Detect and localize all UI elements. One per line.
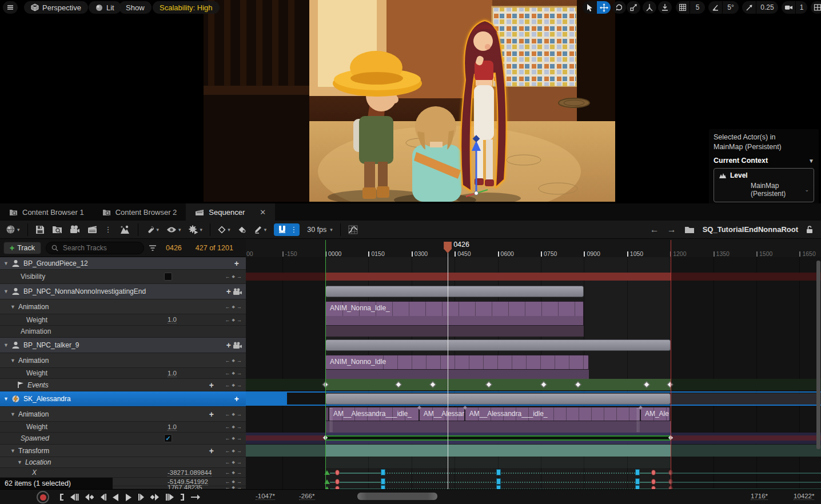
current-frame-display[interactable]: 0426 [166, 244, 182, 252]
move-tool-button[interactable] [597, 1, 611, 14]
keyframe-square[interactable] [381, 478, 385, 485]
anim-clip-alessandra[interactable]: AM__Alessandra___idle_ [329, 407, 419, 421]
level-context-box[interactable]: Level MainMap (Persistent) ⌄ [714, 168, 814, 202]
alessandra-weight-strip[interactable] [325, 421, 671, 433]
horizontal-scrollbar[interactable] [357, 493, 437, 500]
playback-start-marker[interactable] [325, 240, 326, 489]
track-row[interactable]: ▼Animation←◆→ [0, 299, 246, 314]
keyframe-circle[interactable] [651, 479, 656, 485]
camera-speed-button[interactable] [782, 1, 795, 14]
jump-back-button[interactable] [70, 493, 79, 501]
tab-sequencer[interactable]: Sequencer ✕ [186, 203, 275, 221]
track-row[interactable]: Weight1.0←◆→ [0, 422, 246, 433]
rotation-snap-value-button[interactable]: 5° [723, 1, 739, 14]
viewport-layout-button[interactable] [811, 1, 821, 14]
keyframe-nav[interactable]: ←◆→ [225, 485, 242, 489]
keyframe-nav[interactable]: ←◆→ [225, 448, 242, 454]
scale-tool-button[interactable] [627, 1, 640, 14]
history-forward-button[interactable]: → [667, 225, 676, 235]
view-range-start[interactable]: -266* [299, 493, 315, 500]
filter-icon[interactable] [149, 245, 157, 251]
camera-cut-icon[interactable] [233, 342, 242, 349]
anim-clip-alessandra[interactable]: AM__Alessandra___idle_ [465, 407, 640, 421]
jump-to-start-button[interactable] [59, 493, 65, 501]
playback-options-dropdown[interactable]: ▾ [189, 225, 203, 234]
timeline-lanes[interactable]: ANIM_Nonna_Idle_ANIM_Nonno_IdleAM__Aless… [246, 257, 821, 489]
spawned-active-section[interactable] [325, 435, 671, 441]
keyframe-nav[interactable]: ←◆→ [225, 470, 242, 475]
ruler-tick[interactable] [541, 251, 542, 257]
add-track-button[interactable]: + Track [3, 242, 41, 254]
expander-arrow-icon[interactable]: ▼ [3, 342, 9, 348]
keyframe-nav[interactable]: ←◆→ [225, 424, 242, 430]
surface-snapping-button[interactable] [658, 1, 672, 14]
viewport-3d[interactable]: Perspective Lit Show Scalability: High [0, 0, 821, 203]
events-band-active[interactable] [325, 379, 671, 390]
track-value[interactable]: 1.0 [168, 316, 177, 323]
anim-clip-nonno[interactable]: ANIM_Nonno_Idle [325, 355, 589, 370]
visibility-band-active[interactable] [325, 273, 671, 281]
keyframe-square[interactable] [381, 485, 385, 489]
track-row[interactable]: ▼Animation←◆→ [0, 353, 246, 368]
track-row-object[interactable]: ▼BP_NPC_NonnaNonnoInvestigatingEnd+ [0, 284, 246, 299]
director-blueprint-button[interactable] [119, 225, 130, 234]
current-context-header[interactable]: Current Context ▼ [714, 157, 814, 165]
perspective-dropdown[interactable]: Perspective [24, 1, 88, 14]
tab-content-browser-1[interactable]: Content Browser 1 [0, 203, 93, 221]
keyframe-nav[interactable]: ←◆→ [225, 479, 242, 485]
ruler-tick[interactable] [498, 251, 499, 257]
ruler-tick[interactable] [584, 251, 585, 257]
track-row[interactable]: Weight1.0←◆→ [0, 314, 246, 326]
track-row-object[interactable]: ▼BP_GroundPiece_12+ [0, 257, 246, 270]
fps-dropdown[interactable]: 30 fps ▾ [307, 226, 333, 234]
history-back-button[interactable]: ← [650, 225, 659, 235]
add-section-button[interactable]: + [226, 287, 231, 296]
render-movie-button[interactable] [87, 225, 97, 234]
playback-end-marker[interactable] [671, 240, 671, 489]
keyframe-circle[interactable] [651, 470, 656, 475]
expander-arrow-icon[interactable]: ▼ [3, 396, 9, 402]
keyframe-nav[interactable]: ←◆→ [225, 382, 242, 388]
keyframe-square[interactable] [635, 478, 640, 485]
anim-clip-alessandra[interactable]: AM_Ale [640, 407, 670, 421]
step-back-button[interactable] [99, 493, 106, 501]
anim-clip-alessandra[interactable]: AM__Alessandr [419, 407, 465, 421]
alessandra-range-bar[interactable] [325, 393, 671, 405]
scale-snapping-button[interactable] [742, 1, 756, 14]
previous-keyframe-button[interactable] [84, 493, 94, 501]
working-range-start[interactable]: -1047* [256, 493, 275, 500]
track-row-object[interactable]: ▼BP_NPC_talker_9+ [0, 338, 246, 353]
camera-cut-icon[interactable] [233, 288, 242, 295]
ruler-tick[interactable] [756, 251, 758, 257]
show-dropdown[interactable]: Show [119, 1, 152, 14]
keyframe-nav[interactable]: ←◆→ [225, 370, 242, 376]
select-tool-button[interactable] [583, 1, 596, 14]
lock-icon[interactable] [806, 225, 813, 234]
keyframe-square[interactable] [496, 485, 501, 489]
ruler-tick[interactable] [627, 251, 628, 257]
keyframe-square[interactable] [381, 469, 385, 475]
render-options-dots[interactable]: ⋮ [105, 225, 112, 234]
edit-options-dropdown[interactable]: ▾ [254, 225, 267, 234]
keyframe-square[interactable] [496, 469, 501, 475]
jump-forward-button[interactable] [165, 493, 174, 501]
talker-range-bar[interactable] [325, 339, 671, 351]
folder-icon[interactable] [684, 226, 695, 234]
create-camera-button[interactable] [70, 225, 80, 234]
timeline-ruler[interactable]: 00-1500000015003000450060007500900105012… [246, 239, 821, 257]
add-section-button[interactable]: + [234, 259, 239, 268]
keyframe-nav[interactable]: ←◆→ [225, 274, 242, 279]
add-section-button[interactable]: + [209, 446, 214, 455]
record-button[interactable] [37, 491, 49, 503]
track-row[interactable]: Visibility←◆→ [0, 270, 246, 284]
track-row-object[interactable]: ▼SK_Alessandra+ [0, 391, 246, 407]
expander-arrow-icon[interactable]: ▼ [3, 289, 9, 294]
snap-options-dots[interactable]: ⋮ [290, 225, 297, 234]
keyframe-circle[interactable] [335, 479, 340, 485]
keyframe-nav[interactable]: ←◆→ [225, 304, 242, 310]
track-value[interactable]: 1.0 [168, 370, 177, 377]
view-range-end[interactable]: 1716* [751, 493, 768, 500]
track-row[interactable]: ▼Animation+←◆→ [0, 407, 246, 422]
track-row[interactable]: ▼Location←◆→ [0, 457, 246, 468]
keyframe-nav[interactable]: ←◆→ [225, 317, 242, 323]
